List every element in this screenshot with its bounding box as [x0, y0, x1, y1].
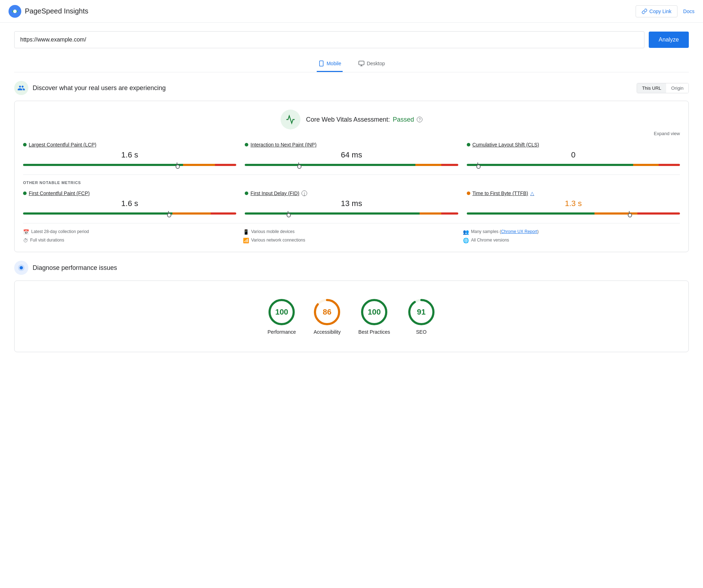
- metric-inp: Interaction to Next Paint (INP) 64 ms: [245, 142, 458, 166]
- ttfb-dot: [467, 192, 470, 195]
- cls-dot: [467, 143, 470, 146]
- info-item-0: 📅 Latest 28-day collection period: [23, 229, 240, 235]
- ttfb-value: 1.3 s: [467, 198, 680, 210]
- search-section: Analyze: [0, 23, 703, 54]
- toggle-origin[interactable]: Origin: [666, 83, 688, 93]
- fid-dot: [245, 192, 248, 195]
- score-accessibility: 86 Accessibility: [313, 298, 341, 335]
- info-text-0: Latest 28-day collection period: [31, 229, 89, 234]
- pagespeed-logo: [9, 5, 21, 18]
- cwv-status: Passed: [393, 116, 414, 123]
- accessibility-label: Accessibility: [314, 329, 341, 335]
- calendar-icon: 📅: [23, 229, 29, 235]
- info-text-4: Various network connections: [251, 238, 305, 243]
- copy-link-button[interactable]: Copy Link: [636, 5, 677, 17]
- mobile-icon: [318, 60, 325, 67]
- primary-metrics-grid: Largest Contentful Paint (LCP) 1.6 s Int…: [23, 142, 680, 166]
- svg-rect-4: [359, 61, 364, 65]
- scores-card: 100 Performance 86 Accessibility: [14, 281, 689, 352]
- url-origin-toggle: This URL Origin: [637, 83, 689, 93]
- timer-icon: ⏱: [23, 238, 28, 243]
- metrics-divider: [23, 174, 680, 175]
- score-seo: 91 SEO: [407, 298, 436, 335]
- chrome-icon: 🌐: [463, 238, 469, 243]
- info-text-3: Full visit durations: [30, 238, 64, 243]
- info-text-1: Various mobile devices: [251, 229, 295, 234]
- ttfb-flag-icon: △: [530, 190, 534, 196]
- tab-desktop-label: Desktop: [367, 61, 385, 66]
- link-icon: [642, 9, 647, 14]
- header: PageSpeed Insights Copy Link Docs: [0, 0, 703, 23]
- seo-score: 91: [417, 307, 426, 317]
- docs-link[interactable]: Docs: [683, 9, 694, 14]
- info-item-5: 🌐 All Chrome versions: [463, 238, 680, 243]
- metric-cls: Cumulative Layout Shift (CLS) 0: [467, 142, 680, 166]
- cls-bar: [467, 164, 680, 166]
- metric-fcp: First Contentful Paint (FCP) 1.6 s: [23, 190, 236, 215]
- field-data-header-left: Discover what your real users are experi…: [14, 81, 166, 95]
- tab-desktop[interactable]: Desktop: [357, 57, 386, 72]
- diagnose-title: Diagnose performance issues: [33, 264, 117, 272]
- header-right: Copy Link Docs: [636, 5, 694, 17]
- lcp-dot: [23, 143, 27, 146]
- scores-grid: 100 Performance 86 Accessibility: [23, 289, 680, 343]
- cls-label[interactable]: Cumulative Layout Shift (CLS): [467, 142, 680, 148]
- accessibility-score: 86: [323, 307, 331, 317]
- diagnose-header: Diagnose performance issues: [14, 261, 689, 275]
- info-item-3: ⏱ Full visit durations: [23, 238, 240, 243]
- svg-point-1: [13, 10, 17, 13]
- ttfb-label[interactable]: Time to First Byte (TTFB) △: [467, 190, 680, 196]
- inp-bar: [245, 164, 458, 166]
- best-practices-label: Best Practices: [358, 329, 390, 335]
- seo-label: SEO: [416, 329, 427, 335]
- app-title: PageSpeed Insights: [25, 7, 88, 15]
- info-item-1: 📱 Various mobile devices: [243, 229, 460, 235]
- score-circle-seo: 91: [407, 298, 436, 326]
- heartbeat-icon: [286, 115, 295, 124]
- metric-fid: First Input Delay (FID) i 13 ms: [245, 190, 458, 215]
- cwv-card: Core Web Vitals Assessment: Passed ? Exp…: [14, 101, 689, 252]
- fid-label[interactable]: First Input Delay (FID) i: [245, 190, 458, 196]
- url-input[interactable]: [14, 31, 644, 48]
- fcp-value: 1.6 s: [23, 198, 236, 210]
- fcp-bar: [23, 212, 236, 215]
- chrome-ux-link[interactable]: Chrome UX Report: [501, 229, 537, 234]
- field-data-icon: [14, 81, 28, 95]
- cwv-icon: [281, 110, 300, 129]
- main-content: Discover what your real users are experi…: [0, 72, 703, 369]
- inp-dot: [245, 143, 248, 146]
- inp-label[interactable]: Interaction to Next Paint (INP): [245, 142, 458, 148]
- toggle-this-url[interactable]: This URL: [637, 83, 666, 93]
- analyze-button[interactable]: Analyze: [649, 32, 689, 48]
- metric-ttfb: Time to First Byte (TTFB) △ 1.3 s: [467, 190, 680, 215]
- performance-score: 100: [275, 307, 288, 317]
- score-best-practices: 100 Best Practices: [358, 298, 390, 335]
- best-practices-score: 100: [368, 307, 381, 317]
- copy-link-label: Copy Link: [649, 9, 671, 14]
- network-icon: 📶: [243, 238, 249, 243]
- field-data-header: Discover what your real users are experi…: [14, 81, 689, 95]
- field-data-title: Discover what your real users are experi…: [33, 84, 166, 92]
- lcp-value: 1.6 s: [23, 149, 236, 161]
- tab-mobile[interactable]: Mobile: [317, 57, 343, 72]
- score-performance: 100 Performance: [267, 298, 296, 335]
- metric-lcp: Largest Contentful Paint (LCP) 1.6 s: [23, 142, 236, 166]
- samples-icon: 👥: [463, 229, 469, 235]
- expand-view[interactable]: Expand view: [23, 131, 680, 136]
- diagnose-icon: [14, 261, 28, 275]
- info-item-4: 📶 Various network connections: [243, 238, 460, 243]
- cwv-info-icon[interactable]: ?: [417, 117, 422, 122]
- cwv-label: Core Web Vitals Assessment:: [306, 116, 390, 123]
- score-circle-best-practices: 100: [360, 298, 388, 326]
- other-metrics-label: OTHER NOTABLE METRICS: [23, 181, 680, 185]
- tabs-section: Mobile Desktop: [14, 54, 689, 72]
- fcp-label[interactable]: First Contentful Paint (FCP): [23, 190, 236, 196]
- cwv-title: Core Web Vitals Assessment: Passed ?: [306, 116, 422, 123]
- desktop-icon: [358, 60, 365, 67]
- fcp-dot: [23, 192, 27, 195]
- other-metrics-grid: First Contentful Paint (FCP) 1.6 s First…: [23, 190, 680, 215]
- info-item-2: 👥 Many samples (Chrome UX Report): [463, 229, 680, 235]
- lcp-label[interactable]: Largest Contentful Paint (LCP): [23, 142, 236, 148]
- fid-value: 13 ms: [245, 198, 458, 210]
- fid-info-icon[interactable]: i: [301, 190, 307, 196]
